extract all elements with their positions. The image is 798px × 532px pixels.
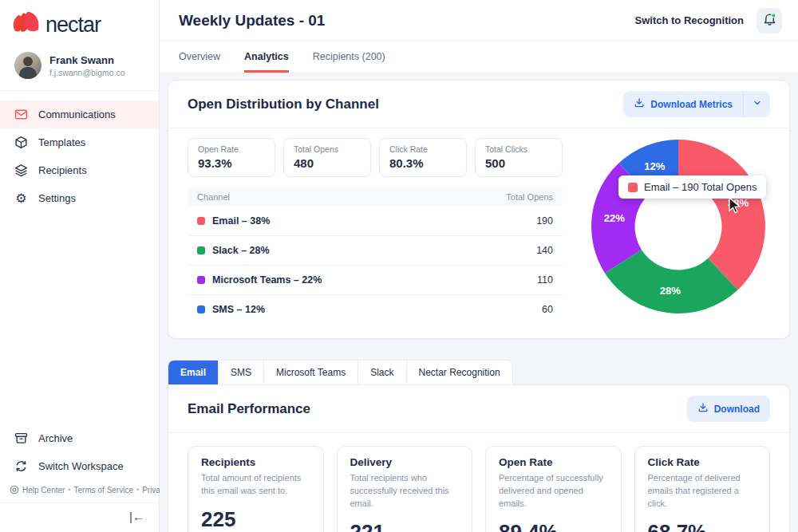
sidebar-item-recipients[interactable]: Recipients [0,156,159,184]
table-row-microsoft-teams[interactable]: Microsoft Teams – 22% 110 [188,266,563,295]
perf-card-open-rate: Open Rate Percentage of successfully del… [485,446,622,532]
channel-tab-email[interactable]: Email [168,361,219,384]
gear-icon: ⚙ [14,191,28,205]
nectar-flower-icon [11,10,40,39]
stat-card-total-opens: Total Opens 480 [283,138,371,177]
perf-card-click-rate: Click Rate Percentage of delivered email… [634,446,771,532]
brand-logo: nectar [0,0,159,45]
collapse-sidebar-icon[interactable]: |← [129,510,144,523]
user-profile[interactable]: Frank Swann f.j.swann@bigmo.co [0,45,159,91]
table-row-sms[interactable]: SMS – 12% 60 [188,295,563,324]
sidebar-menu: Communications Templates [0,91,159,212]
sms-color-swatch [197,305,205,313]
performance-cards: Recipients Total amount of recipients th… [188,446,770,532]
bell-icon [763,13,776,29]
sidebar-item-communications[interactable]: Communications [0,100,159,128]
sidebar-item-label: Communications [38,108,116,120]
sidebar-item-label: Settings [38,192,76,204]
sidebar-item-settings[interactable]: ⚙ Settings [0,184,159,212]
sidebar-item-label: Templates [38,136,85,148]
brand-wordmark: nectar [45,13,101,37]
teams-color-swatch [197,276,205,284]
download-button[interactable]: Download [687,396,770,422]
perf-card-recipients: Recipients Total amount of recipients th… [188,446,324,532]
donut-chart-svg: 38%28%22%12% [590,138,767,315]
sidebar-item-archive[interactable]: Archive [0,424,159,452]
channel-table-header: Channel Total Opens [188,187,563,207]
open-distribution-title: Open Distribution by Channel [188,97,379,112]
perf-card-delivery: Delivery Total recipients who successful… [337,446,473,532]
tab-analytics[interactable]: Analytics [244,41,289,73]
sidebar-item-templates[interactable]: Templates [0,128,159,156]
content-scroll-area[interactable]: Open Distribution by Channel Download Me… [160,73,798,532]
table-row-email[interactable]: Email – 38% 190 [188,207,563,236]
switch-to-recognition-link[interactable]: Switch to Recognition [635,14,745,26]
channel-table: Channel Total Opens Email – 38% 190 [188,187,563,324]
archive-icon [14,432,28,445]
user-email: f.j.swann@bigmo.co [49,68,125,77]
slack-color-swatch [197,246,205,254]
svg-text:28%: 28% [660,285,681,297]
sidebar-item-label: Recipients [38,164,87,176]
channel-tab-sms[interactable]: SMS [219,361,264,384]
sidebar-collapse-row: |← [0,502,159,532]
sidebar-item-label: Switch Workspace [38,460,124,472]
open-distribution-panel: Open Distribution by Channel Download Me… [168,80,790,339]
tab-recipients[interactable]: Recipients (200) [313,41,385,73]
channel-tab-nectar-recognition[interactable]: Nectar Recognition [407,361,512,384]
stat-card-open-rate: Open Rate 93.3% [188,138,275,177]
avatar [14,52,41,79]
stat-card-click-rate: Click Rate 80.3% [379,138,467,177]
layers-icon [14,164,28,177]
svg-text:22%: 22% [604,212,626,224]
help-icon [10,485,19,495]
app-window: nectar Frank Swann f.j.swann@bigmo.co Co… [0,0,798,532]
email-performance-title: Email Performance [188,401,310,417]
sidebar-item-label: Archive [38,432,73,444]
download-metrics-button[interactable]: Download Metrics [623,91,743,117]
notifications-button[interactable] [757,8,782,33]
svg-text:12%: 12% [644,160,666,172]
mouse-cursor-icon [727,197,742,217]
chevron-down-icon [753,98,762,110]
sidebar-item-switch-workspace[interactable]: Switch Workspace [0,452,159,480]
table-row-slack[interactable]: Slack – 28% 140 [188,236,563,266]
dot-separator: • [68,486,70,494]
download-metrics-split-button: Download Metrics [623,91,770,117]
email-color-swatch [197,217,205,225]
switch-arrows-icon [14,459,28,473]
main-header: Weekly Updates - 01 Switch to Recognitio… [160,0,798,41]
dot-separator: • [136,486,139,494]
help-center-link[interactable]: Help Center [22,486,65,495]
channel-tab-slack[interactable]: Slack [358,361,406,384]
mail-icon [14,108,28,121]
sidebar: nectar Frank Swann f.j.swann@bigmo.co Co… [0,0,160,532]
download-icon [697,402,709,416]
stat-card-total-clicks: Total Clicks 500 [475,138,563,177]
page-title: Weekly Updates - 01 [179,12,325,30]
download-metrics-dropdown-button[interactable] [743,91,770,117]
distribution-stat-cards: Open Rate 93.3% Total Opens 480 Click Ra… [188,138,563,177]
channel-tabs: Email SMS Microsoft Teams Slack Nectar R… [168,360,513,384]
channel-tab-microsoft-teams[interactable]: Microsoft Teams [264,361,358,384]
email-performance-panel: Email Performance Download Recipient [168,384,790,532]
cube-icon [14,136,28,149]
terms-link[interactable]: Terms of Service [74,486,133,495]
user-name: Frank Swann [49,54,125,66]
chart-tooltip: Email – 190 Total Opens [618,175,766,199]
main-area: Weekly Updates - 01 Switch to Recognitio… [160,0,798,532]
tooltip-color-swatch [628,183,638,192]
donut-chart[interactable]: 38%28%22%12% Email – 190 Total Opens [590,138,767,315]
sidebar-footer-links: Help Center • Terms of Service • Privacy… [0,480,159,502]
page-tabs: Overview Analytics Recipients (200) [160,41,798,73]
download-icon [634,97,645,111]
tab-overview[interactable]: Overview [179,41,220,73]
